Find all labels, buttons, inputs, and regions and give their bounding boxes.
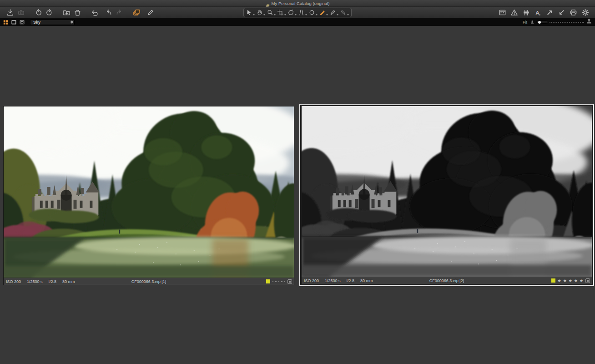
pointer-tool-icon[interactable] <box>245 8 256 17</box>
rotate-tool-icon[interactable] <box>287 8 298 17</box>
star-icon[interactable]: ★ <box>563 278 567 283</box>
compare-view-icon[interactable] <box>18 19 25 25</box>
forward-icon <box>114 7 125 17</box>
star-icon[interactable]: ★ <box>569 278 572 283</box>
exposure-warning-icon[interactable] <box>509 7 519 17</box>
image-card-2[interactable]: ISO 2001/2500 sf/2.880 mm CF000066 3.eip… <box>302 106 592 284</box>
view-mode-group <box>2 19 26 25</box>
rating-dot-icon[interactable] <box>278 281 280 282</box>
toolbar-right-group: A <box>497 7 590 17</box>
viewer-layout-icon[interactable] <box>497 7 508 17</box>
preset-select[interactable]: Sky <box>30 20 75 25</box>
cursor-tool-group <box>243 8 352 17</box>
tool-dropdown-caret-icon[interactable] <box>263 14 265 15</box>
image-footer-2: ISO 2001/2500 sf/2.880 mm CF000066 3.eip… <box>302 277 592 284</box>
rotate-right-icon[interactable] <box>44 7 55 17</box>
tool-dropdown-caret-icon[interactable] <box>253 14 255 15</box>
exif-info: ISO 2001/2500 sf/2.880 mm <box>6 279 81 284</box>
spot-tool-icon[interactable] <box>308 8 318 17</box>
multi-view-icon[interactable] <box>2 19 9 25</box>
tool-dropdown-caret-icon[interactable] <box>347 14 349 15</box>
rating-dot-icon[interactable] <box>272 281 274 282</box>
tool-dropdown-caret-icon[interactable] <box>337 14 338 15</box>
svg-text:A: A <box>535 9 540 15</box>
star-icon[interactable]: ★ <box>580 278 583 283</box>
tool-dropdown-caret-icon[interactable] <box>316 14 318 15</box>
rating-dot-icon[interactable] <box>281 281 282 282</box>
star-icon[interactable]: ★ <box>574 278 578 283</box>
star-rating[interactable]: ★★★★★ <box>558 277 583 284</box>
tool-dropdown-caret-icon[interactable] <box>305 14 307 15</box>
viewer-area[interactable]: ISO 2001/2500 sf/2.880 mm CF000066 3.eip… <box>0 26 595 364</box>
erase-mask-tool-icon[interactable] <box>329 8 339 17</box>
color-tag[interactable] <box>266 279 270 283</box>
crop-tool-icon[interactable] <box>277 8 287 17</box>
toolbar-left-group <box>5 7 156 17</box>
image-card-1[interactable]: ISO 2001/2500 sf/2.880 mm CF000066 3.eip… <box>3 106 294 285</box>
zoom-slider[interactable] <box>536 20 584 24</box>
import-icon[interactable] <box>5 7 15 17</box>
single-view-icon[interactable] <box>10 19 17 25</box>
pan-tool-icon[interactable] <box>256 8 266 17</box>
print-icon[interactable] <box>568 7 579 17</box>
catalog-icon <box>266 1 270 5</box>
color-tag[interactable] <box>551 278 555 283</box>
zoom-control: Fit <box>523 18 593 26</box>
filename-label: CF000066 3.eip [2] <box>429 278 464 283</box>
arrow-out-icon[interactable] <box>544 7 555 17</box>
stepper-icon[interactable] <box>71 20 73 25</box>
grid-icon[interactable] <box>520 7 531 17</box>
browse-icon[interactable] <box>131 7 142 17</box>
tool-dropdown-caret-icon[interactable] <box>326 14 328 15</box>
undo-icon[interactable] <box>89 7 100 17</box>
adjustments-badge-icon <box>287 279 292 284</box>
star-rating[interactable] <box>272 278 286 285</box>
filename-label: CF000066 3.eip [1] <box>131 279 166 284</box>
preset-select-value: Sky <box>33 20 40 25</box>
export-icon[interactable] <box>61 7 72 17</box>
arrow-in-icon[interactable] <box>556 7 567 17</box>
capture-icon <box>15 7 26 17</box>
tool-dropdown-caret-icon[interactable] <box>274 14 276 15</box>
zoom-slider-knob[interactable] <box>538 21 541 24</box>
photo-bw[interactable] <box>302 106 592 277</box>
loupe-tool-icon[interactable] <box>266 8 277 17</box>
viewer-toolbar: Sky Fit <box>0 18 595 26</box>
main-toolbar: A <box>0 7 595 18</box>
adjustments-badge-icon <box>585 278 590 283</box>
tool-dropdown-caret-icon[interactable] <box>295 14 297 15</box>
star-icon[interactable]: ★ <box>558 278 561 283</box>
window-titlebar[interactable]: My Personal Catalog (original) <box>0 0 595 7</box>
proof-icon[interactable]: A <box>532 7 543 17</box>
rotate-left-icon[interactable] <box>33 7 44 17</box>
exif-info: ISO 2001/2500 sf/2.880 mm <box>304 278 379 283</box>
zoom-large-icon[interactable] <box>586 18 592 26</box>
trash-icon[interactable] <box>72 7 83 17</box>
selection-frame[interactable]: ISO 2001/2500 sf/2.880 mm CF000066 3.eip… <box>299 104 594 286</box>
settings-icon[interactable] <box>580 7 590 17</box>
zoom-small-icon[interactable] <box>530 18 534 26</box>
image-footer-1: ISO 2001/2500 sf/2.880 mm CF000066 3.eip… <box>4 278 294 285</box>
rating-dot-icon[interactable] <box>284 281 286 282</box>
back-icon[interactable] <box>103 7 114 17</box>
window-title: My Personal Catalog (original) <box>272 1 330 6</box>
photo-color[interactable] <box>4 106 294 278</box>
draw-mask-tool-icon[interactable] <box>318 8 329 17</box>
zoom-slider-track[interactable] <box>550 22 584 23</box>
rating-dot-icon[interactable] <box>275 281 277 282</box>
keystone-tool-icon[interactable] <box>298 8 308 17</box>
pick-mask-tool-icon[interactable] <box>339 8 350 17</box>
tool-dropdown-caret-icon[interactable] <box>284 14 286 15</box>
adjustments-pen-icon[interactable] <box>145 7 156 17</box>
zoom-fit-label: Fit <box>523 20 527 25</box>
